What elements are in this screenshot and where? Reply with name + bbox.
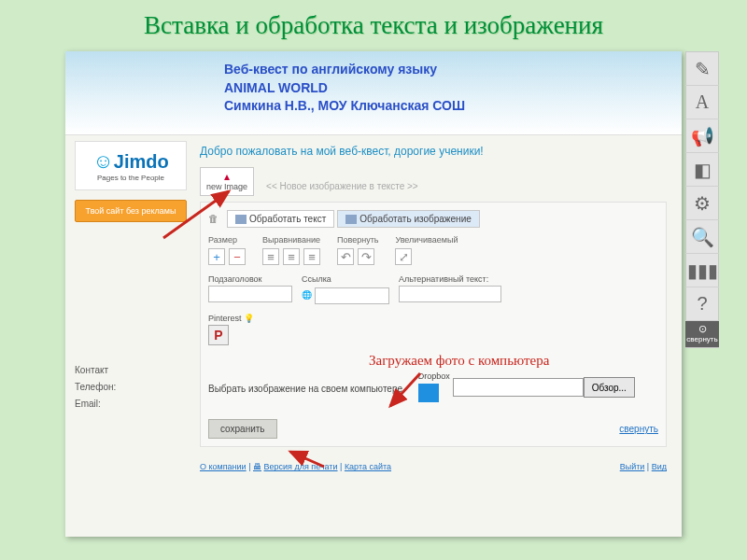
new-image-label: new Image: [206, 182, 247, 191]
help-icon[interactable]: ?: [685, 287, 719, 321]
jimdo-tagline: Pages to the People: [81, 174, 180, 182]
main-content: Добро пожаловать на мой веб-квест, дорог…: [194, 141, 672, 471]
dropbox-label: Dropbox: [418, 371, 450, 381]
megaphone-icon[interactable]: 📢: [685, 119, 719, 153]
align-group: Выравнивание ≡ ≡ ≡: [262, 235, 320, 265]
gear-icon[interactable]: ⚙: [685, 187, 719, 220]
tab-text-label: Обработать текст: [249, 214, 326, 224]
footer-view[interactable]: Вид: [652, 462, 667, 471]
text-tab-icon: [235, 215, 247, 224]
search-doc-icon[interactable]: 🔍: [685, 220, 719, 254]
rotate-group: Повернуть ↶ ↷: [337, 235, 378, 265]
site-header: Веб-квест по английскому языку ANIMAL WO…: [65, 51, 682, 135]
globe-icon[interactable]: 🌐: [302, 290, 312, 300]
editor-screenshot: Веб-квест по английскому языку ANIMAL WO…: [65, 51, 682, 537]
smiley-icon: ☺: [92, 149, 113, 173]
expand-icon[interactable]: ⤢: [395, 248, 412, 265]
tab-edit-image[interactable]: Обработать изображение: [337, 210, 479, 228]
file-path-input[interactable]: [453, 378, 584, 397]
pinterest-label: Pinterest: [208, 314, 242, 323]
link-field: Ссылка 🌐: [302, 274, 389, 304]
size-group: Размер + −: [208, 235, 246, 265]
new-image-button[interactable]: ▴ new Image: [200, 167, 254, 196]
rotate-right-icon[interactable]: ↷: [358, 248, 374, 265]
subtitle-label: Подзаголовок: [208, 274, 262, 284]
collapse-link[interactable]: свернуть: [619, 424, 658, 434]
tab-image-label: Обработать изображение: [359, 214, 471, 224]
upgrade-button[interactable]: Твой сайт без рекламы: [75, 200, 187, 222]
align-left-icon[interactable]: ≡: [262, 248, 279, 265]
alt-label: Альтернативный текст:: [399, 274, 488, 284]
header-line3: Симкина Н.В., МОУ Ключанская СОШ: [224, 97, 465, 116]
zoom-group: Увеличиваемый ⤢: [395, 235, 458, 265]
dropbox-option[interactable]: Dropbox: [418, 371, 450, 402]
image-tab-icon: [345, 215, 357, 224]
footer-about[interactable]: О компании: [200, 462, 247, 471]
contact-phone: Телефон:: [75, 379, 187, 396]
rotate-label: Повернуть: [337, 235, 378, 245]
footer-links: О компании | 🖶 Версия для печати | Карта…: [200, 462, 667, 471]
print-icon: 🖶: [253, 462, 261, 471]
align-right-icon[interactable]: ≡: [303, 248, 320, 265]
toolbar-collapse-button[interactable]: ⊙ свернуть: [685, 321, 719, 347]
contact-heading: Контакт: [75, 362, 187, 379]
right-toolbar: ✎ A 📢 ◧ ⚙ 🔍 ▮▮▮ ? ⊙ свернуть: [685, 51, 719, 348]
align-center-icon[interactable]: ≡: [283, 248, 300, 265]
stats-icon[interactable]: ▮▮▮: [685, 254, 719, 287]
image-editor-panel: 🗑 Обработать текст Обработать изображени…: [200, 202, 667, 447]
size-plus-icon[interactable]: +: [208, 248, 225, 265]
bulb-icon: 💡: [244, 314, 254, 323]
collapse-circle-icon: ⊙: [685, 323, 719, 335]
size-minus-icon[interactable]: −: [229, 248, 246, 265]
placeholder-text: << Новое изображение в тексте >>: [266, 181, 418, 191]
rotate-left-icon[interactable]: ↶: [337, 248, 354, 265]
tab-edit-text[interactable]: Обработать текст: [227, 210, 334, 228]
annotation-upload: Загружаем фото с компьютера: [369, 353, 549, 369]
pinterest-button[interactable]: P: [208, 325, 229, 345]
dropbox-icon: [418, 384, 439, 402]
header-line2: ANIMAL WORLD: [224, 79, 465, 98]
header-line1: Веб-квест по английскому языку: [224, 61, 465, 79]
browse-button[interactable]: Обзор...: [584, 377, 635, 398]
alt-input[interactable]: [399, 286, 501, 302]
jimdo-logo-text: Jimdo: [114, 151, 169, 172]
slide-title: Вставка и обработка текста и изображения: [0, 0, 747, 46]
welcome-text: Добро пожаловать на мой веб-квест, дорог…: [200, 145, 667, 158]
zoom-label: Увеличиваемый: [395, 235, 458, 245]
subtitle-field: Подзаголовок: [208, 274, 292, 304]
align-label: Выравнивание: [262, 235, 320, 245]
link-input[interactable]: [315, 287, 389, 304]
upload-label: Выбрать изображение на своем компьютере: [208, 384, 402, 394]
toolbar-collapse-label: свернуть: [686, 335, 717, 343]
trash-icon[interactable]: 🗑: [208, 213, 218, 224]
left-sidebar: ☺Jimdo Pages to the People Твой сайт без…: [75, 141, 187, 471]
footer-sitemap[interactable]: Карта сайта: [345, 462, 391, 471]
size-label: Размер: [208, 235, 246, 245]
link-label: Ссылка: [302, 274, 331, 284]
save-button[interactable]: сохранить: [208, 419, 277, 439]
footer-logout[interactable]: Выйти: [620, 462, 645, 471]
contact-email: Email:: [75, 396, 187, 413]
jimdo-logo-box[interactable]: ☺Jimdo Pages to the People: [75, 141, 187, 190]
font-icon[interactable]: A: [685, 86, 719, 119]
cube-icon[interactable]: ◧: [685, 153, 719, 187]
footer-print[interactable]: Версия для печати: [264, 462, 338, 471]
alt-field: Альтернативный текст:: [399, 274, 501, 304]
subtitle-input[interactable]: [208, 286, 292, 302]
pencil-icon[interactable]: ✎: [685, 52, 719, 86]
